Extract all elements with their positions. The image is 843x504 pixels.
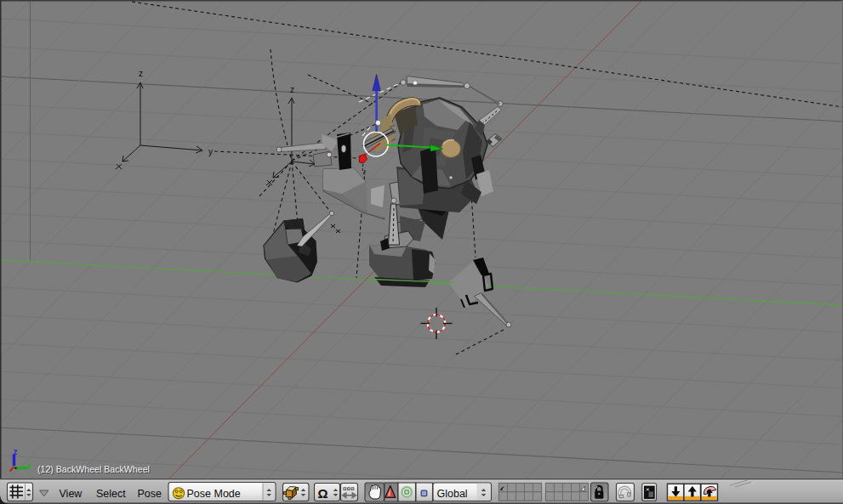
- svg-text:z: z: [139, 69, 143, 78]
- svg-text:Global: Global: [437, 488, 468, 500]
- svg-text:(12) BackWheel BackWheel: (12) BackWheel BackWheel: [37, 464, 150, 474]
- svg-text:Pose: Pose: [138, 488, 162, 500]
- svg-text:Pose Mode: Pose Mode: [187, 488, 241, 500]
- svg-text:z: z: [290, 85, 294, 94]
- svg-text:y: y: [208, 147, 213, 156]
- svg-text:z: z: [14, 447, 18, 456]
- svg-text:Select: Select: [96, 488, 126, 500]
- svg-text:y: y: [27, 461, 31, 469]
- svg-text:View: View: [60, 488, 83, 500]
- svg-text:Ω: Ω: [318, 486, 328, 501]
